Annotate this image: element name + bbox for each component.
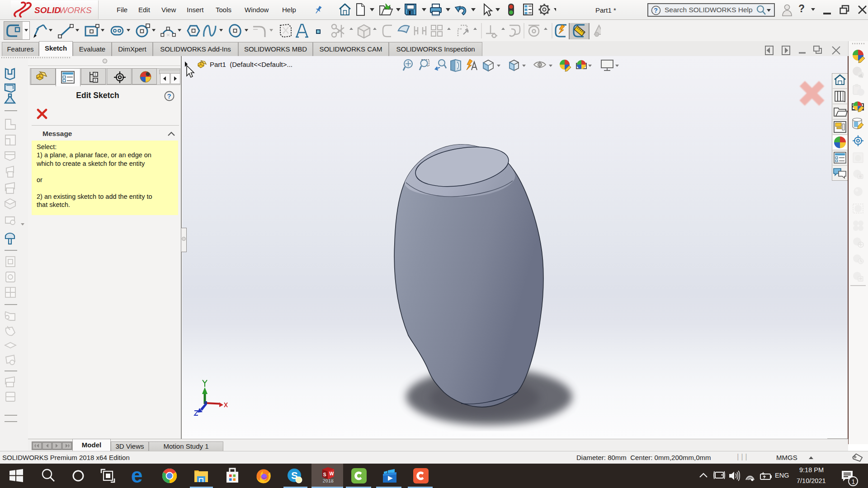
svg-text:WORKS: WORKS bbox=[59, 5, 92, 15]
svg-text:1: 1 bbox=[852, 478, 855, 485]
svg-text:e: e bbox=[131, 467, 143, 484]
svg-text:W: W bbox=[329, 471, 334, 476]
svg-text:?: ? bbox=[167, 92, 171, 100]
svg-text:S: S bbox=[323, 472, 326, 477]
svg-text:?: ? bbox=[654, 7, 658, 14]
svg-text:SOLID: SOLID bbox=[34, 5, 61, 15]
svg-text:2018: 2018 bbox=[323, 478, 334, 483]
